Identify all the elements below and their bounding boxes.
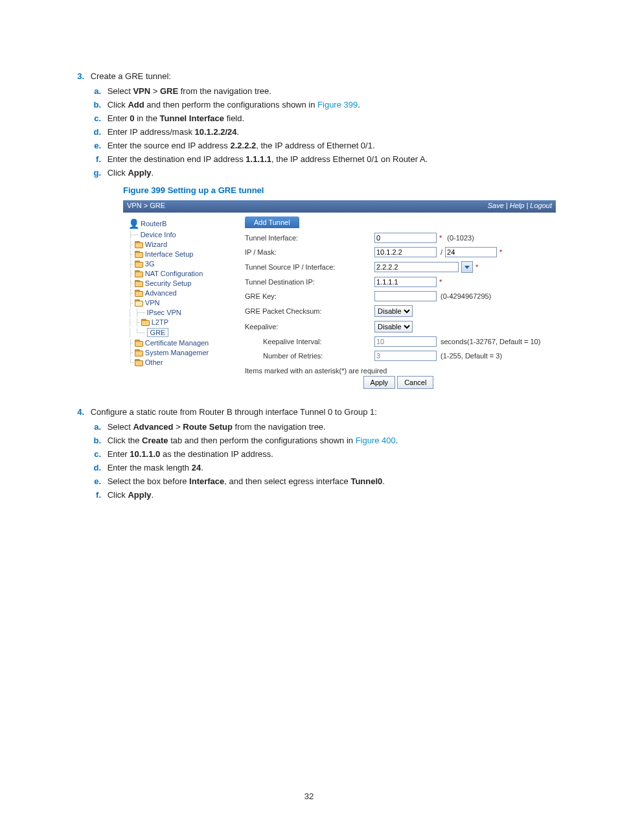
apply-button[interactable]: Apply: [363, 376, 396, 389]
folder-icon: [135, 359, 143, 366]
figure-link[interactable]: Figure 400: [356, 436, 396, 445]
cancel-button[interactable]: Cancel: [397, 376, 433, 389]
folder-icon: [135, 251, 143, 257]
save-link[interactable]: Save: [488, 202, 504, 209]
step-title: Configure a static route from Router B t…: [91, 407, 531, 417]
mask-input[interactable]: [445, 247, 497, 257]
top-links: Save | Help | Logout: [488, 202, 552, 209]
step-number: 3.: [65, 71, 84, 81]
nav-item[interactable]: ├System Managemer: [128, 349, 237, 356]
substep-text: Click Apply.: [108, 168, 509, 178]
required-star: *: [439, 278, 442, 286]
nav-item[interactable]: ├VPN: [128, 299, 237, 307]
substep-letter: d.: [65, 127, 101, 137]
substep-text: Click Apply.: [108, 490, 509, 500]
field-hint: (1-255, Default = 3): [441, 352, 502, 360]
breadcrumb: VPN > GRE Save | Help | Logout: [123, 200, 556, 213]
field-label: GRE Packet Checksum:: [245, 307, 374, 315]
gre-key-input[interactable]: [374, 291, 437, 301]
nav-item-current[interactable]: │ └─ GRE: [128, 328, 237, 337]
required-star: *: [475, 263, 478, 271]
nav-item[interactable]: ├─ Device Info: [128, 231, 237, 239]
substep-text: Enter 10.1.1.0 as the destination IP add…: [108, 449, 509, 459]
nav-item[interactable]: │ ├─ IPsec VPN: [128, 309, 237, 316]
folder-icon: [135, 290, 143, 296]
substep-letter: c.: [65, 113, 101, 123]
substep-letter: g.: [65, 168, 101, 178]
nav-item[interactable]: │ ├L2TP: [128, 318, 237, 326]
screenshot-figure: VPN > GRE Save | Help | Logout 👤 RouterB…: [123, 200, 556, 393]
step-number: 4.: [65, 407, 84, 417]
field-label: Tunnel Destination IP:: [245, 278, 374, 286]
keepalive-interval-input[interactable]: [374, 336, 437, 347]
field-label: Tunnel Source IP / Interface:: [245, 263, 374, 271]
help-link[interactable]: Help: [510, 202, 525, 209]
substep-letter: a.: [65, 422, 101, 432]
nav-item[interactable]: ├3G: [128, 260, 237, 268]
folder-icon: [141, 319, 149, 325]
required-star: *: [439, 234, 442, 242]
tab-add-tunnel[interactable]: Add Tunnel: [245, 216, 299, 228]
folder-icon: [135, 270, 143, 277]
main-panel: Add Tunnel Tunnel Interface: *(0-1023) I…: [238, 213, 556, 393]
substep-text: Select Advanced > Route Setup from the n…: [108, 422, 509, 432]
nav-item[interactable]: ├Certificate Managen: [128, 339, 237, 347]
substep-letter: d.: [65, 463, 101, 472]
nav-root: 👤 RouterB: [128, 218, 237, 229]
substep-text: Click Add and then perform the configura…: [108, 100, 509, 110]
chevron-down-icon[interactable]: [461, 261, 473, 273]
substep-text: Enter IP address/mask 10.1.2.2/24.: [108, 127, 509, 137]
substep-letter: f.: [65, 154, 101, 164]
field-hint: (0-4294967295): [441, 292, 491, 300]
folder-icon: [135, 280, 143, 286]
substep-letter: a.: [65, 86, 101, 96]
nav-item[interactable]: ├NAT Configuration: [128, 270, 237, 277]
nav-tree: 👤 RouterB ├─ Device Info ├Wizard ├Interf…: [123, 213, 238, 393]
page: 3. Create a GRE tunnel: a. Select VPN > …: [0, 0, 618, 840]
nav-item[interactable]: ├Wizard: [128, 240, 237, 248]
page-number: 32: [0, 791, 618, 801]
substep-letter: f.: [65, 490, 101, 500]
required-star: *: [499, 248, 502, 256]
substep-text: Enter 0 in the Tunnel Interface field.: [108, 113, 509, 123]
tunnel-source-input[interactable]: [374, 262, 459, 272]
folder-icon: [135, 299, 143, 306]
substep-text: Click the Create tab and then perform th…: [108, 436, 509, 445]
field-label: IP / Mask:: [245, 248, 374, 256]
keepalive-select[interactable]: Disable: [374, 321, 413, 332]
nav-item[interactable]: └Other: [128, 358, 237, 366]
tunnel-interface-input[interactable]: [374, 233, 437, 243]
checksum-select[interactable]: Disable: [374, 305, 413, 317]
tunnel-dest-input[interactable]: [374, 277, 437, 287]
field-label: GRE Key:: [245, 292, 374, 300]
figure-link[interactable]: Figure 399: [317, 100, 358, 110]
user-icon: 👤: [128, 218, 139, 229]
substep-text: Select VPN > GRE from the navigation tre…: [108, 86, 509, 96]
nav-item[interactable]: ├Security Setup: [128, 279, 237, 287]
nav-item[interactable]: ├Advanced: [128, 289, 237, 297]
nav-item[interactable]: ├Interface Setup: [128, 250, 237, 258]
folder-icon: [135, 349, 143, 356]
field-hint: seconds(1-32767, Default = 10): [441, 338, 540, 345]
substep-letter: c.: [65, 449, 101, 459]
ip-input[interactable]: [374, 247, 437, 257]
field-hint: (0-1023): [447, 234, 474, 242]
substep-letter: e.: [65, 141, 101, 150]
substep-text: Enter the mask length 24.: [108, 463, 509, 472]
retries-input[interactable]: [374, 351, 437, 361]
folder-icon: [135, 340, 143, 346]
field-label: Keepalive Interval:: [245, 338, 374, 345]
field-label: Number of Retries:: [245, 352, 374, 360]
folder-icon: [135, 261, 143, 267]
field-label: Tunnel Interface:: [245, 234, 374, 242]
logout-link[interactable]: Logout: [530, 202, 552, 209]
substep-letter: e.: [65, 476, 101, 486]
substep-letter: b.: [65, 100, 101, 110]
field-label: Keepalive:: [245, 323, 374, 331]
substep-text: Enter the destination end IP address 1.1…: [108, 154, 509, 164]
substep-letter: b.: [65, 436, 101, 445]
substep-text: Enter the source end IP address 2.2.2.2,…: [108, 141, 509, 150]
required-note: Items marked with an asterisk(*) are req…: [245, 367, 552, 375]
substep-text: Select the box before Interface, and the…: [108, 476, 509, 486]
folder-icon: [135, 241, 143, 248]
